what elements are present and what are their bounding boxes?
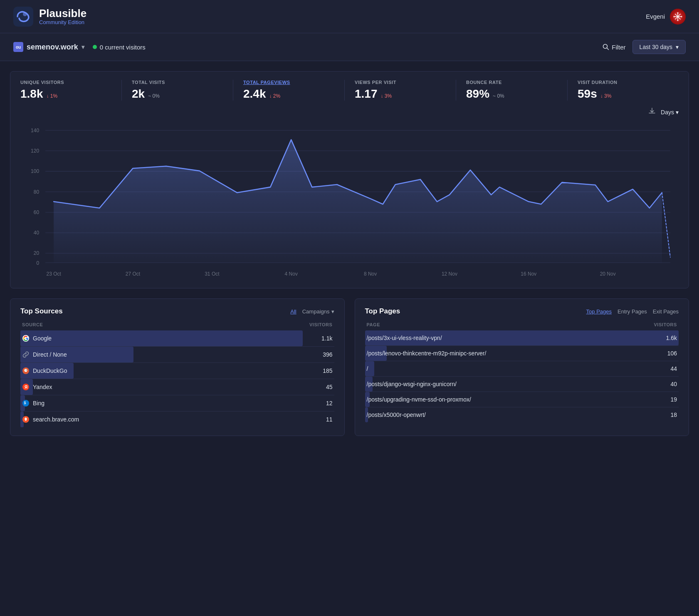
list-item[interactable]: DuckDuckGo 185 xyxy=(20,363,334,379)
stat-unique-visitors-value: 1.8k xyxy=(20,87,43,101)
col-visitors: Visitors xyxy=(309,322,333,327)
site-favicon: ou xyxy=(13,42,23,52)
logo-text: Plausible Community Edition xyxy=(39,7,86,26)
page-count-1: 1.6k xyxy=(666,335,677,341)
user-area: Evgeni xyxy=(646,9,686,25)
svg-point-8 xyxy=(677,20,679,21)
svg-text:4 Nov: 4 Nov xyxy=(285,271,298,277)
stat-visit-duration: VISIT DURATION 59s ↓ 3% xyxy=(568,80,679,101)
svg-point-9 xyxy=(674,16,675,17)
nav-bar: ou semenov.work ▾ 0 current visitors Fil… xyxy=(0,33,699,61)
svg-text:20 Nov: 20 Nov xyxy=(600,271,616,277)
stat-bounce-rate-label: BOUNCE RATE xyxy=(466,80,557,85)
campaigns-button[interactable]: Campaigns ▾ xyxy=(302,308,334,315)
search-icon xyxy=(603,44,609,50)
list-item[interactable]: search.brave.com 11 xyxy=(20,411,334,427)
list-item[interactable]: /posts/lenovo-thinkcentre-m92p-minipc-se… xyxy=(365,346,679,361)
top-pages-header: Top Pages Top Pages Entry Pages Exit Pag… xyxy=(365,307,679,315)
source-name-brave: search.brave.com xyxy=(33,416,79,423)
stat-views-per-visit-label: VIEWS PER VISIT xyxy=(355,80,446,85)
live-visitors[interactable]: 0 current visitors xyxy=(93,44,146,51)
google-icon xyxy=(22,335,30,342)
svg-point-44 xyxy=(22,400,29,407)
list-item[interactable]: Direct / None 396 xyxy=(20,347,334,363)
user-avatar[interactable] xyxy=(670,9,686,25)
svg-text:31 Oct: 31 Oct xyxy=(205,271,220,277)
svg-line-12 xyxy=(607,48,609,50)
date-range-button[interactable]: Last 30 days ▾ xyxy=(632,40,686,54)
stat-views-per-visit: VIEWS PER VISIT 1.17 ↓ 3% xyxy=(345,80,456,101)
stat-total-visits-label: TOTAL VISITS xyxy=(132,80,223,85)
tab-top-pages[interactable]: Top Pages xyxy=(586,308,612,315)
list-item[interactable]: Bing 12 xyxy=(20,395,334,411)
source-name-direct: Direct / None xyxy=(33,351,67,358)
list-item[interactable]: /posts/django-wsgi-nginx-gunicorn/ 40 xyxy=(365,377,679,392)
stat-total-pageviews-label[interactable]: TOTAL PAGEVIEWS xyxy=(243,80,334,85)
filter-button[interactable]: Filter xyxy=(603,44,625,51)
header: Plausible Community Edition Evgeni xyxy=(0,0,699,33)
source-name-google: Google xyxy=(33,335,52,342)
list-item[interactable]: /posts/3x-ui-vless-reality-vpn/ 1.6k xyxy=(365,330,679,346)
stat-total-visits-value: 2k xyxy=(132,87,145,101)
stat-total-pageviews: TOTAL PAGEVIEWS 2.4k ↓ 2% xyxy=(233,80,345,101)
stat-total-visits-change: ~ 0% xyxy=(148,93,160,99)
page-count-4: 40 xyxy=(670,381,677,387)
stat-views-per-visit-change: ↓ 3% xyxy=(381,93,392,99)
chevron-down-icon: ▾ xyxy=(676,109,679,116)
list-item[interactable]: Я Yandex 45 xyxy=(20,379,334,395)
page-count-3: 44 xyxy=(670,365,677,372)
source-info-yandex: Я Yandex xyxy=(22,383,52,391)
top-pages-col-headers: Page Visitors xyxy=(365,322,679,327)
app-edition: Community Edition xyxy=(39,19,86,25)
source-count-direct: 396 xyxy=(323,351,332,358)
svg-text:16 Nov: 16 Nov xyxy=(521,271,537,277)
source-name-duckduckgo: DuckDuckGo xyxy=(33,367,67,374)
source-count-google: 1.1k xyxy=(321,335,332,342)
tab-exit-pages[interactable]: Exit Pages xyxy=(653,308,679,315)
list-item[interactable]: / 44 xyxy=(365,361,679,377)
chart-svg: 140 120 100 80 60 40 20 0 23 Oct 27 Oct … xyxy=(20,122,679,280)
stat-unique-visitors-change: ↓ 1% xyxy=(47,93,58,99)
top-pages-tabs: Top Pages Entry Pages Exit Pages xyxy=(586,308,679,315)
source-name-bing: Bing xyxy=(33,400,44,407)
list-item[interactable]: /posts/upgrading-nvme-ssd-on-proxmox/ 19 xyxy=(365,392,679,407)
site-name: semenov.work xyxy=(27,43,78,52)
link-icon xyxy=(22,351,30,358)
stats-row: UNIQUE VISITORS 1.8k ↓ 1% TOTAL VISITS 2… xyxy=(20,80,679,101)
live-visitors-label: 0 current visitors xyxy=(100,44,146,51)
svg-text:0: 0 xyxy=(36,260,39,266)
chart-download-button[interactable] xyxy=(648,107,656,117)
stat-total-visits: TOTAL VISITS 2k ~ 0% xyxy=(122,80,233,101)
svg-point-39 xyxy=(25,369,27,372)
page-count-2: 106 xyxy=(667,350,677,357)
page-path-6: /posts/x5000r-openwrt/ xyxy=(367,411,426,418)
svg-text:12 Nov: 12 Nov xyxy=(442,271,458,277)
tab-all-sources[interactable]: All xyxy=(290,308,296,315)
svg-text:8 Nov: 8 Nov xyxy=(364,271,377,277)
source-count-brave: 11 xyxy=(326,416,333,423)
svg-point-1 xyxy=(23,12,27,16)
svg-point-7 xyxy=(677,12,679,13)
page-path-1: /posts/3x-ui-vless-reality-vpn/ xyxy=(367,335,442,341)
site-selector[interactable]: ou semenov.work ▾ xyxy=(13,42,84,52)
tab-entry-pages[interactable]: Entry Pages xyxy=(617,308,647,315)
list-item[interactable]: /posts/x5000r-openwrt/ 18 xyxy=(365,407,679,422)
svg-text:120: 120 xyxy=(31,148,39,154)
svg-rect-0 xyxy=(13,7,33,27)
days-button[interactable]: Days ▾ xyxy=(661,109,679,116)
snowflake-icon xyxy=(673,12,683,22)
chart-area: 140 120 100 80 60 40 20 0 23 Oct 27 Oct … xyxy=(20,122,679,280)
source-info-google: Google xyxy=(22,335,52,342)
top-sources-header: Top Sources All Campaigns ▾ xyxy=(20,307,334,315)
page-path-5: /posts/upgrading-nvme-ssd-on-proxmox/ xyxy=(367,396,471,403)
svg-text:23 Oct: 23 Oct xyxy=(46,271,61,277)
list-item[interactable]: Google 1.1k xyxy=(20,330,334,347)
svg-text:20: 20 xyxy=(34,250,40,256)
page-path-2: /posts/lenovo-thinkcentre-m92p-minipc-se… xyxy=(367,350,487,357)
svg-point-41 xyxy=(26,370,27,370)
download-icon xyxy=(648,107,656,115)
chevron-down-icon: ▾ xyxy=(82,44,84,50)
stat-bounce-rate-value: 89% xyxy=(466,87,489,101)
svg-text:80: 80 xyxy=(34,189,40,195)
page-path-4: /posts/django-wsgi-nginx-gunicorn/ xyxy=(367,381,457,387)
